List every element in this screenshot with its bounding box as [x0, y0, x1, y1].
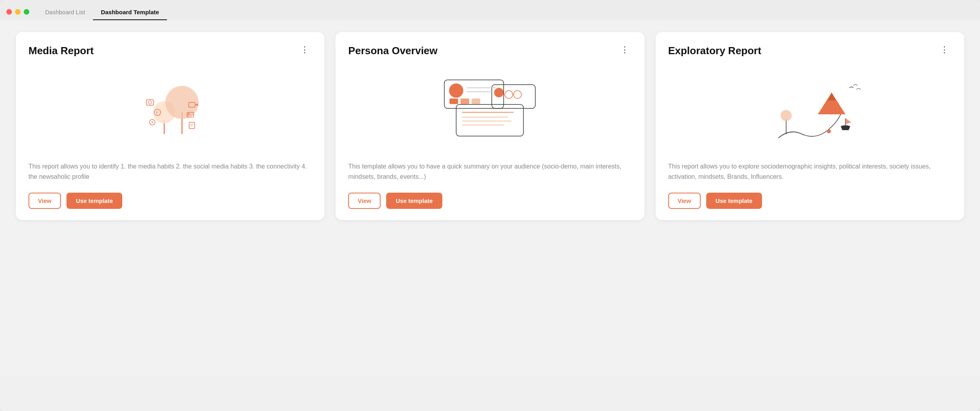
minimize-button[interactable] [15, 9, 21, 15]
svg-rect-33 [472, 98, 480, 104]
maximize-button[interactable] [24, 9, 29, 15]
svg-point-5 [148, 101, 152, 104]
card-title-persona: Persona Overview [348, 45, 437, 57]
close-button[interactable] [6, 9, 12, 15]
card-exploratory-report: Exploratory Report ⋮ [656, 32, 964, 220]
tabs-bar: Dashboard List Dashboard Template [37, 5, 167, 20]
svg-point-36 [781, 110, 792, 121]
illustration-persona [348, 65, 631, 152]
svg-marker-38 [828, 93, 836, 100]
svg-rect-15 [189, 122, 195, 129]
traffic-lights [6, 9, 29, 20]
title-bar: Dashboard List Dashboard Template [0, 0, 980, 20]
card-actions-media: View Use template [28, 193, 312, 209]
svg-point-26 [514, 91, 521, 98]
svg-point-25 [505, 91, 513, 98]
use-template-button-media[interactable]: Use template [66, 193, 122, 209]
more-menu-persona[interactable]: ⋮ [618, 45, 632, 55]
card-description-media: This report allows you to identify 1. th… [28, 161, 312, 182]
content-area: Media Report ⋮ [0, 20, 980, 376]
svg-point-28 [449, 83, 463, 98]
card-actions-exploratory: View Use template [668, 193, 952, 209]
card-media-report: Media Report ⋮ [16, 32, 324, 220]
tab-dashboard-template[interactable]: Dashboard Template [93, 5, 167, 20]
view-button-persona[interactable]: View [348, 193, 381, 209]
view-button-media[interactable]: View [28, 193, 61, 209]
tab-dashboard-list[interactable]: Dashboard List [37, 5, 93, 20]
illustration-exploratory [668, 65, 952, 152]
svg-rect-32 [461, 98, 469, 104]
svg-point-34 [827, 129, 831, 133]
more-menu-exploratory[interactable]: ⋮ [938, 45, 952, 55]
svg-point-24 [494, 88, 504, 97]
illustration-media: f [28, 65, 312, 152]
view-button-exploratory[interactable]: View [668, 193, 701, 209]
cards-grid: Media Report ⋮ [16, 32, 964, 220]
more-menu-media[interactable]: ⋮ [298, 45, 312, 55]
card-description-exploratory: This report allows you to explore sociod… [668, 161, 952, 182]
app-window: Dashboard List Dashboard Template Media … [0, 0, 980, 411]
use-template-button-exploratory[interactable]: Use template [706, 193, 762, 209]
card-header-persona: Persona Overview ⋮ [348, 45, 631, 57]
svg-rect-4 [146, 100, 154, 105]
svg-rect-18 [456, 104, 523, 136]
card-persona-overview: Persona Overview ⋮ [336, 32, 644, 220]
card-actions-persona: View Use template [348, 193, 631, 209]
card-header-exploratory: Exploratory Report ⋮ [668, 45, 952, 57]
card-description-persona: This template allows you to have a quick… [348, 161, 631, 182]
use-template-button-persona[interactable]: Use template [386, 193, 442, 209]
card-title-exploratory: Exploratory Report [668, 45, 762, 57]
svg-rect-31 [449, 98, 458, 104]
card-title-media: Media Report [28, 45, 94, 57]
card-header-media: Media Report ⋮ [28, 45, 312, 57]
